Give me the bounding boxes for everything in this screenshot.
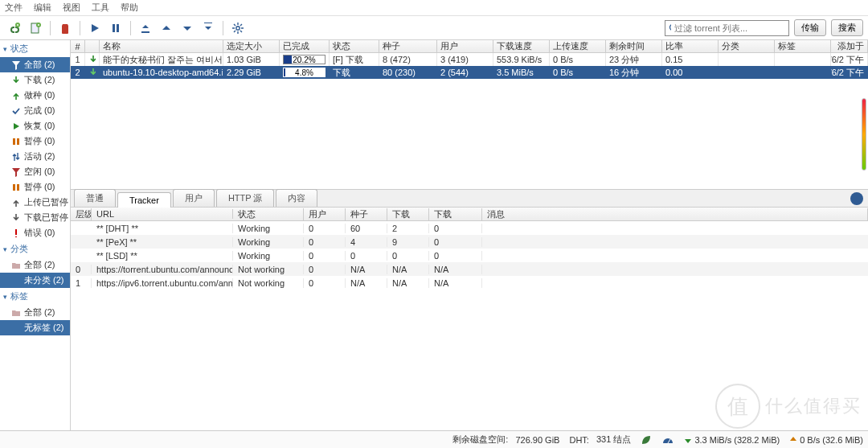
pause-icon[interactable] [106,18,125,38]
column-header[interactable]: 添加于 [831,40,868,52]
funnel-icon [11,60,21,70]
search-icon [669,23,671,33]
sidebar-item[interactable]: 暂停 (0) [0,134,70,149]
details-tab[interactable]: 用户 [173,189,215,207]
details-tab[interactable]: Tracker [117,192,171,208]
column-header[interactable]: 种子 [379,40,437,52]
dht-status[interactable]: DHT: 331 结点 [569,434,631,446]
move-bottom-icon[interactable] [199,18,218,38]
sidebar-item[interactable]: 全部 (2) [0,305,70,320]
tracker-column[interactable]: URL [92,209,233,219]
sidebar-item[interactable]: 错误 (0) [0,225,70,240]
sidebar-item[interactable]: 无标签 (2) [0,320,70,335]
tracker-row[interactable]: 1https://ipv6.torrent.ubuntu.com/announc… [71,276,868,290]
column-header[interactable]: 分类 [719,40,775,52]
menu-编辑[interactable]: 编辑 [34,2,51,14]
details-tab[interactable]: 内容 [276,189,317,207]
sidebar-group[interactable]: ▾标签 [0,288,70,305]
tracker-row[interactable]: ** [DHT] **Working06020 [71,221,868,235]
column-header[interactable]: 名称 [100,40,223,52]
arrow-up-icon [11,91,21,101]
sidebar-item[interactable]: 空闲 (0) [0,164,70,179]
menu-视图[interactable]: 视图 [63,2,80,14]
move-up-icon[interactable] [157,18,176,38]
column-header[interactable]: 下载速度 [493,40,550,52]
add-file-icon[interactable] [26,18,45,38]
sidebar-item[interactable]: 未分类 (2) [0,273,70,288]
tracker-column[interactable]: 种子 [346,208,387,220]
sidebar-item[interactable]: 暂停 (0) [0,179,70,195]
column-header[interactable]: 用户 [437,40,493,52]
column-header[interactable]: 状态 [330,40,379,52]
tracker-row[interactable]: ** [LSD] **Working0000 [71,249,868,262]
move-top-icon[interactable] [136,18,155,38]
transfer-button[interactable]: 传输 [794,19,826,36]
sidebar-item-label: 未分类 (2) [24,274,64,286]
menu-帮助[interactable]: 帮助 [121,2,138,14]
arrow-up-icon [11,198,21,208]
tracker-column[interactable]: 下载 [429,208,482,220]
arrow-down-icon [11,76,21,85]
menu-工具[interactable]: 工具 [92,2,109,14]
svg-rect-3 [113,24,115,32]
folder-icon [11,261,21,270]
settings-icon[interactable] [228,18,248,38]
status-bar: 剩余磁盘空间: 726.90 GiB DHT: 331 结点 3.3 MiB/s… [0,430,868,448]
sidebar-item[interactable]: 下载已暂停 (0) [0,210,70,225]
tracker-column[interactable]: 状态 [233,208,304,220]
sidebar-item[interactable]: 全部 (2) [0,257,70,273]
column-header[interactable]: 已完成 [280,40,330,52]
torrent-row[interactable]: 1能干的女秘书们 잘주는 여비서들...1.03 GiB20.2%[F] 下载8… [71,53,868,66]
sidebar-item[interactable]: 完成 (0) [0,103,70,118]
column-header[interactable]: 剩余时间 [606,40,662,52]
sidebar-item[interactable]: 活动 (2) [0,149,70,164]
download-speed[interactable]: 3.3 MiB/s (328.2 MiB) [684,435,780,445]
check-icon [11,106,21,116]
delete-icon[interactable] [55,18,75,38]
column-header[interactable]: 比率 [662,40,719,52]
tracker-header: 层级URL状态用户种子下载下载消息 [71,208,868,221]
speed-icon[interactable] [661,435,674,445]
add-link-icon[interactable] [5,18,24,38]
leaf-icon[interactable] [641,434,652,446]
tracker-row[interactable]: 0https://torrent.ubuntu.com/announceNot … [71,262,868,276]
torrent-list: 1能干的女秘书们 잘주는 여비서들...1.03 GiB20.2%[F] 下载8… [71,53,868,79]
bang-icon [11,228,21,238]
sidebar-item[interactable]: 下载 (2) [0,72,70,88]
column-header[interactable]: 标签 [775,40,831,52]
column-header[interactable]: 上传速度 [550,40,606,52]
sidebar-item-label: 暂停 (0) [24,181,55,193]
move-down-icon[interactable] [178,18,197,38]
updown-icon [11,152,21,162]
sidebar-item-label: 全部 (2) [24,59,55,71]
collapse-icon[interactable] [850,192,863,205]
column-header[interactable]: # [71,40,85,52]
filter-box[interactable] [665,20,789,36]
sidebar-item[interactable]: 上传已暂停 (0) [0,195,70,210]
tracker-column[interactable]: 层级 [71,208,92,220]
sidebar-item-label: 上传已暂停 (0) [24,196,71,208]
details-tab[interactable]: HTTP 源 [216,189,275,207]
tracker-list: ** [DHT] **Working06020** [PeX] **Workin… [71,221,868,430]
sidebar-group[interactable]: ▾状态 [0,40,70,57]
search-button[interactable]: 搜索 [831,19,863,36]
column-header[interactable] [85,40,100,52]
tracker-column[interactable]: 用户 [304,208,346,220]
sidebar-item[interactable]: 全部 (2) [0,57,70,72]
svg-rect-8 [17,138,19,145]
torrent-row[interactable]: 2ubuntu-19.10-desktop-amd64.iso2.29 GiB4… [71,66,868,79]
tracker-column[interactable]: 消息 [482,208,868,220]
sidebar: ▾状态全部 (2)下载 (2)做种 (0)完成 (0)恢复 (0)暂停 (0)活… [0,40,71,430]
filter-input[interactable] [674,23,785,33]
sidebar-item[interactable]: 恢复 (0) [0,118,70,134]
sidebar-group[interactable]: ▾分类 [0,240,70,257]
upload-speed[interactable]: 0 B/s (32.6 MiB) [789,435,863,445]
tracker-column[interactable]: 下载 [387,208,429,220]
details-panel: 普通Tracker用户HTTP 源内容 层级URL状态用户种子下载下载消息 **… [71,189,868,430]
sidebar-item[interactable]: 做种 (0) [0,88,70,103]
details-tab[interactable]: 普通 [74,189,116,207]
tracker-row[interactable]: ** [PeX] **Working0490 [71,235,868,249]
menu-文件[interactable]: 文件 [5,2,23,14]
start-icon[interactable] [85,18,104,38]
column-header[interactable]: 选定大小 [223,40,280,52]
